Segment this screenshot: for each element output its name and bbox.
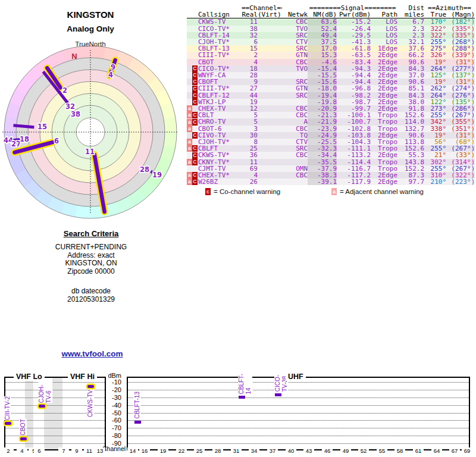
- co-channel-warning-flag: C: [192, 72, 198, 79]
- power-cell: -100.7: [337, 118, 371, 125]
- column-header: NM(dB): [308, 11, 337, 18]
- distance-cell: 6.7: [397, 18, 424, 26]
- co-channel-warning-flag: C: [192, 86, 198, 92]
- adjacent-warning-flag: [187, 65, 192, 72]
- channel-tick-label: 25: [194, 447, 205, 454]
- network-cell: TVO: [282, 26, 308, 32]
- callsign-cell: CBOFT: [198, 79, 242, 85]
- real-channel-cell: 9: [242, 79, 258, 85]
- adjacent-warning-flag: [187, 99, 192, 105]
- adjacent-warning-flag: [187, 92, 192, 99]
- callsign-cell: CICO-TV*: [198, 26, 242, 32]
- real-channel-cell: 11: [242, 159, 258, 165]
- true-azimuth-cell: 21°: [424, 152, 446, 158]
- station-row: aCJOH-TV*8CTV-25.5-104.3Tropo113.856°(68…: [187, 139, 475, 145]
- magnetic-azimuth-cell: (355°): [446, 118, 475, 125]
- path-cell: LOS: [371, 39, 397, 45]
- true-azimuth-cell: 125°: [424, 72, 446, 79]
- callsign-cell: CBOT-6: [198, 126, 242, 132]
- power-cell: -102.8: [337, 126, 371, 132]
- tvfool-link[interactable]: www.tvfool.com: [36, 349, 149, 358]
- callsign-cell: CJOH-TV*: [198, 39, 242, 45]
- dbm-gridline: [128, 397, 469, 398]
- station-marker-label: CBLFT-14: [238, 374, 252, 394]
- band-panel-vhf: VHF LoVHF Hi2456791113CIII-TV-2CBOTCJOH-…: [4, 377, 106, 450]
- station-row: aCCBLT5CBC-21.3-100.1Tropo152.6255°(267°…: [187, 112, 475, 118]
- co-channel-legend: c = Co-channel warning: [205, 188, 280, 195]
- power-cell: -29.5: [337, 32, 371, 39]
- station-marker: [87, 385, 94, 388]
- callsign-cell: CBLFT-13: [198, 45, 242, 52]
- real-channel-cell: 6: [242, 39, 258, 45]
- real-channel-cell: 69: [242, 165, 258, 172]
- channel-tick-label: 40: [286, 447, 296, 454]
- station-row: CCBLFT-1244SRC-19.4-98.22Edge84.3264°(27…: [187, 92, 475, 99]
- path-cell: LOS: [371, 26, 397, 32]
- virtual-channel-cell: [258, 118, 282, 125]
- magnetic-azimuth-cell: (276°): [446, 92, 475, 99]
- virtual-channel-cell: [258, 139, 282, 145]
- noise-margin-cell: -25.5: [308, 139, 337, 145]
- network-cell: CBC: [282, 59, 308, 65]
- magnetic-azimuth-cell: (268°): [446, 39, 475, 45]
- distance-cell: 143.8: [397, 159, 424, 165]
- station-marker-label: CKWS-TV: [87, 390, 94, 417]
- noise-margin-cell: -23.9: [308, 126, 337, 132]
- path-cell: LOS: [371, 32, 397, 39]
- co-channel-warning-flag: [192, 32, 198, 39]
- station-row: CBOT4CBC-4.6-83.42Edge90.619°(31°): [187, 59, 475, 65]
- network-cell: A: [282, 118, 308, 125]
- power-cell: -104.3: [337, 139, 371, 145]
- callsign-cell: CKNY-TV*: [198, 159, 242, 165]
- channel-tick-label: 13: [95, 447, 105, 454]
- path-cell: 1Edge: [371, 45, 397, 52]
- noise-margin-cell: -21.3: [308, 112, 337, 118]
- distance-cell: 152.6: [397, 112, 424, 118]
- channel-tick-label: 43: [303, 447, 314, 454]
- true-azimuth-cell: 273°: [424, 105, 446, 112]
- true-azimuth-cell: 342°: [424, 118, 446, 125]
- azimuth-radar-chart: 9423238615442718281911KINGSTONAnalog Onl…: [0, 0, 184, 226]
- magnetic-azimuth-cell: (335°): [446, 26, 475, 32]
- network-cell: CTV: [282, 39, 308, 45]
- adjacent-warning-flag: a: [187, 126, 192, 132]
- noise-margin-cell: -19.4: [308, 92, 337, 99]
- power-cell: -117.9: [337, 179, 371, 185]
- adjacent-warning-flag: [187, 86, 192, 92]
- distance-cell: 66.2: [397, 52, 424, 58]
- real-channel-cell: 28: [242, 72, 258, 79]
- co-channel-warning-flag: C: [192, 79, 198, 85]
- true-azimuth-cell: 255°: [424, 145, 446, 152]
- station-row: CWTKJ-LP19-19.8-98.72Edge38.0122°(135°): [187, 99, 475, 105]
- dbm-tick-label: -70: [100, 424, 121, 431]
- power-cell: -96.8: [337, 85, 371, 92]
- callsign-cell: WTKJ-LP: [198, 99, 242, 105]
- band-panel-uhf: UHF1416192225283134374043464952555861646…: [127, 377, 470, 450]
- callsign-cell: CIII-TV*: [198, 52, 242, 58]
- dbm-gridline: [128, 420, 469, 421]
- virtual-channel-cell: [258, 152, 282, 158]
- channel-label: 2: [62, 86, 67, 95]
- distance-cell: 132.7: [397, 126, 424, 132]
- column-header: True: [424, 11, 446, 18]
- adjacent-warning-flag: [187, 59, 192, 65]
- power-cell: -116.7: [337, 165, 371, 172]
- column-group-header: [187, 5, 198, 11]
- true-azimuth-cell: 322°: [424, 32, 446, 39]
- distance-cell: 90.6: [397, 59, 424, 65]
- callsign-cell: CHRO-TV: [198, 118, 242, 125]
- station-row: aCCHRO-TV5A-21.9-100.7Tropo114.0342°(355…: [187, 118, 475, 125]
- callsign-cell: CKWS-TV: [198, 18, 242, 26]
- station-row: aCCHEX-TV*4CBC-38.3-117.22Edge87.3310°(3…: [187, 172, 475, 179]
- dbm-tick-label: -50: [100, 409, 121, 417]
- magnetic-azimuth-cell: (335°): [446, 32, 475, 39]
- station-row: CJOH-TV*6CTV37.5-41.3LOS32.1255°(268°): [187, 39, 475, 45]
- noise-margin-cell: -15.4: [308, 65, 337, 72]
- station-row: CCKWS-TV*36CBC-34.4-113.22Edge55.321°(33…: [187, 152, 475, 158]
- adjacent-channel-legend: a = Adjacent channel warning: [331, 188, 424, 195]
- column-group-header: ========Signal========: [308, 5, 397, 11]
- co-channel-warning-flag: C: [192, 112, 198, 118]
- power-cell: -98.2: [337, 92, 371, 99]
- power-cell: -94.3: [337, 65, 371, 72]
- noise-margin-cell: -24.9: [308, 132, 337, 139]
